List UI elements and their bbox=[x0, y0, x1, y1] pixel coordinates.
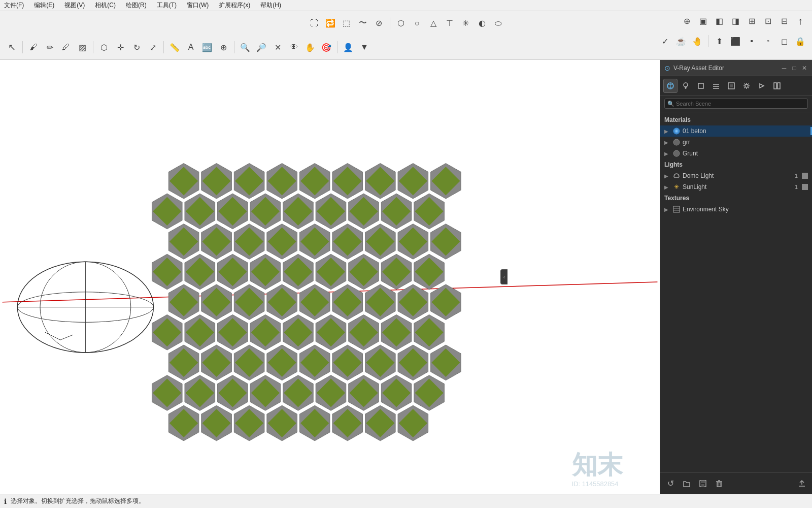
svg-point-186 bbox=[673, 128, 680, 134]
lights-section-header: Lights bbox=[660, 159, 812, 170]
env-sky-icon bbox=[672, 205, 681, 213]
panel-minimize-button[interactable]: ─ bbox=[781, 65, 788, 72]
toolbar-shape5[interactable]: ✳ bbox=[458, 16, 473, 31]
sun-light-label: SunLight bbox=[683, 183, 793, 190]
svg-point-187 bbox=[673, 139, 680, 145]
status-message: 选择对象。切换到扩充选择，拖动鼠标选择多项。 bbox=[11, 497, 145, 505]
tab-render[interactable] bbox=[755, 79, 769, 93]
tool-paint[interactable]: 🖌 bbox=[26, 40, 41, 55]
menu-edit[interactable]: 编辑(E) bbox=[32, 1, 56, 10]
panel-restore-button[interactable]: □ bbox=[791, 65, 798, 72]
tool-scale[interactable]: ⤢ bbox=[145, 40, 160, 55]
menu-help[interactable]: 帮助(H) bbox=[258, 1, 283, 10]
tool-r-lock[interactable]: 🔒 bbox=[793, 34, 808, 49]
toolbar-shape2[interactable]: ○ bbox=[410, 16, 425, 31]
tool-r-box[interactable]: ⬛ bbox=[728, 34, 743, 49]
panel-delete-button[interactable] bbox=[713, 478, 725, 490]
tool-pen[interactable]: ✏ bbox=[42, 40, 57, 55]
menu-view[interactable]: 视图(V) bbox=[62, 1, 87, 10]
menu-window[interactable]: 窗口(W) bbox=[185, 1, 211, 10]
tab-view[interactable] bbox=[770, 79, 784, 93]
panel-export-button[interactable] bbox=[796, 478, 808, 490]
toolbar-r2[interactable]: ▣ bbox=[695, 13, 710, 28]
toolbar-r5[interactable]: ⊞ bbox=[744, 13, 759, 28]
toolbar-r4[interactable]: ◨ bbox=[728, 13, 743, 28]
tool-r-box3[interactable]: ▫ bbox=[760, 34, 775, 49]
tool-zoom[interactable]: 🔍 bbox=[238, 40, 253, 55]
tool-dim[interactable]: A bbox=[183, 40, 198, 55]
svg-point-183 bbox=[745, 84, 748, 87]
tool-zoom2[interactable]: 🔎 bbox=[254, 40, 269, 55]
toolbar-eraser[interactable]: ⊘ bbox=[371, 16, 387, 31]
tool-r-top[interactable]: ⬆ bbox=[712, 34, 727, 49]
tool-3d-text[interactable]: 🔤 bbox=[199, 40, 215, 55]
toolbar-shape7[interactable]: ⬭ bbox=[491, 16, 506, 31]
panel-close-button[interactable]: ✕ bbox=[801, 65, 808, 72]
tool-hand[interactable]: ✋ bbox=[302, 40, 318, 55]
tab-settings[interactable] bbox=[739, 79, 754, 93]
tool-fill[interactable]: ▨ bbox=[75, 40, 90, 55]
tab-sphere[interactable] bbox=[663, 79, 678, 93]
dome-light-square[interactable] bbox=[802, 173, 808, 179]
dome-light-label: Dome Light bbox=[683, 172, 793, 179]
tool-person2[interactable]: ▼ bbox=[357, 40, 372, 55]
panel-title: V-Ray Asset Editor bbox=[673, 65, 777, 72]
search-input[interactable] bbox=[664, 99, 808, 109]
material-item-grunt[interactable]: ▶ Grunt bbox=[660, 148, 812, 159]
svg-rect-196 bbox=[717, 482, 721, 487]
dome-light-count: 1 bbox=[795, 173, 798, 179]
tool-tape[interactable]: 📏 bbox=[167, 40, 182, 55]
menu-extensions[interactable]: 扩展程序(x) bbox=[217, 1, 252, 10]
toolbar-r7[interactable]: ⊟ bbox=[776, 13, 792, 28]
viewport[interactable]: www.znzmo.com www.znzmo.com www.znzmo.co… bbox=[0, 60, 660, 494]
light-item-sun[interactable]: ▶ ✳ SunLight 1 bbox=[660, 181, 812, 193]
tool-r-hand[interactable]: 🤚 bbox=[690, 34, 705, 49]
tab-image[interactable] bbox=[724, 79, 738, 93]
toolbar-r1[interactable]: ⊕ bbox=[679, 13, 694, 28]
tool-pos[interactable]: 🎯 bbox=[319, 40, 334, 55]
menu-file[interactable]: 文件(F) bbox=[2, 1, 26, 10]
toolbar-shape4[interactable]: ⊤ bbox=[442, 16, 457, 31]
toolbar-shape1[interactable]: ⬡ bbox=[393, 16, 409, 31]
tool-pen2[interactable]: 🖊 bbox=[58, 40, 74, 55]
panel-open-button[interactable] bbox=[681, 478, 693, 490]
toolbar-select[interactable]: ⛶ bbox=[307, 16, 322, 31]
panel-collapse-arrow[interactable]: ‹ bbox=[500, 269, 507, 284]
tool-r-check[interactable]: ✓ bbox=[657, 34, 672, 49]
tool-rotate[interactable]: ↻ bbox=[129, 40, 144, 55]
tool-r-cup[interactable]: ☕ bbox=[673, 34, 689, 49]
panel-save-button[interactable] bbox=[697, 478, 709, 490]
menu-draw[interactable]: 绘图(R) bbox=[124, 1, 149, 10]
tool-select-arrow[interactable]: ↖ bbox=[4, 40, 19, 55]
light-item-dome[interactable]: ▶ Dome Light 1 bbox=[660, 170, 812, 181]
toolbar-orbit[interactable]: 🔁 bbox=[323, 16, 338, 31]
svg-rect-195 bbox=[701, 481, 705, 483]
toolbar-r8[interactable]: ↑ bbox=[793, 13, 808, 28]
toolbar-shape3[interactable]: △ bbox=[426, 16, 441, 31]
texture-item-envsky[interactable]: ▶ Environment Sky bbox=[660, 204, 812, 215]
material-item-01beton[interactable]: ▶ 01 beton bbox=[660, 125, 812, 137]
tool-r-box2[interactable]: ▪ bbox=[744, 34, 759, 49]
material-item-grr[interactable]: ▶ grr bbox=[660, 137, 812, 148]
panel-refresh-button[interactable]: ↺ bbox=[664, 478, 676, 490]
tool-person[interactable]: 👤 bbox=[341, 40, 356, 55]
toolbar-r6[interactable]: ⊡ bbox=[760, 13, 775, 28]
tool-zoom3[interactable]: ✕ bbox=[270, 40, 285, 55]
env-sky-label: Environment Sky bbox=[683, 206, 808, 213]
toolbar-r3[interactable]: ◧ bbox=[712, 13, 727, 28]
tool-r-box4[interactable]: ◻ bbox=[776, 34, 792, 49]
tool-push[interactable]: ⬡ bbox=[96, 40, 112, 55]
tab-layers[interactable] bbox=[709, 79, 723, 93]
svg-rect-182 bbox=[730, 84, 733, 87]
tool-move[interactable]: ✛ bbox=[113, 40, 128, 55]
tool-axes[interactable]: ⊕ bbox=[216, 40, 231, 55]
toolbar-curve[interactable]: 〜 bbox=[355, 16, 370, 31]
tab-geometry[interactable] bbox=[694, 79, 708, 93]
tool-view[interactable]: 👁 bbox=[286, 40, 301, 55]
menu-tools[interactable]: 工具(T) bbox=[155, 1, 179, 10]
toolbar-3d[interactable]: ⬚ bbox=[339, 16, 354, 31]
tab-light[interactable] bbox=[679, 79, 693, 93]
toolbar-shape6[interactable]: ◐ bbox=[475, 16, 490, 31]
sun-light-square[interactable] bbox=[802, 184, 808, 190]
menu-camera[interactable]: 相机(C) bbox=[93, 1, 118, 10]
